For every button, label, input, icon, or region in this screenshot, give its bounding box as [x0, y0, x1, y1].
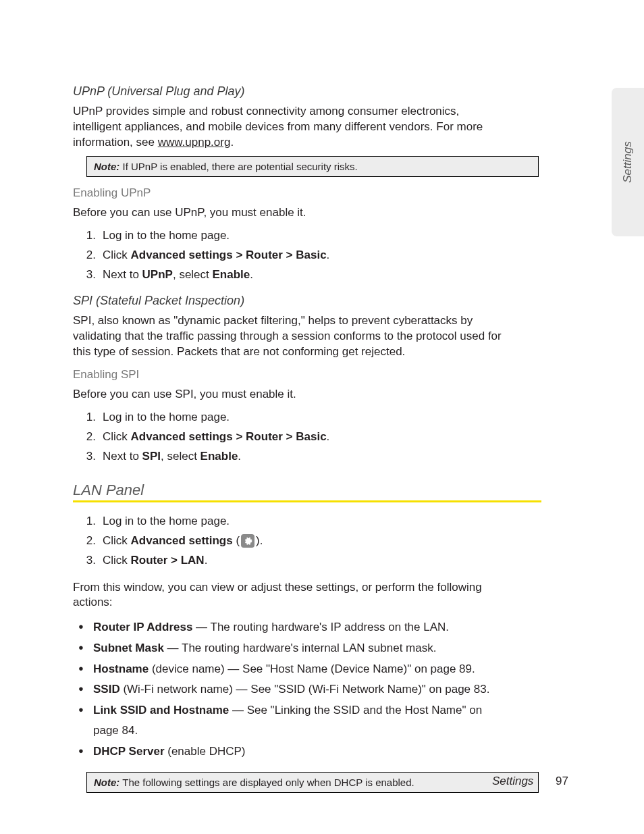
lan-bullets: Router IP Address — The routing hardware…: [73, 617, 506, 762]
list-item: 3.Next to UPnP, select Enable.: [73, 265, 506, 285]
footer-section: Settings: [492, 775, 533, 787]
list-item: 3.Next to SPI, select Enable.: [73, 447, 506, 467]
page-content: UPnP (Universal Plug and Play) UPnP prov…: [0, 0, 574, 793]
upnp-note: Note: If UPnP is enabled, there are pote…: [86, 156, 539, 177]
list-item: 1.Log in to the home page.: [73, 226, 506, 246]
heading-rule: [73, 500, 541, 502]
note-label: Note:: [94, 777, 119, 788]
list-item: 2.Click Advanced settings ().: [73, 531, 506, 551]
upnp-heading: UPnP (Universal Plug and Play): [73, 84, 506, 99]
spi-heading: SPI (Stateful Packet Inspection): [73, 294, 506, 308]
list-item: Subnet Mask — The routing hardware's int…: [73, 638, 506, 659]
enabling-upnp-intro: Before you can use UPnP, you must enable…: [73, 205, 506, 221]
list-item: SSID (Wi-Fi network name) — See "SSID (W…: [73, 679, 506, 700]
list-item: Link SSID and Hostname — See "Linking th…: [73, 700, 506, 741]
list-item: 2.Click Advanced settings > Router > Bas…: [73, 246, 506, 265]
list-item: 1.Log in to the home page.: [73, 512, 506, 531]
page-footer: Settings 97: [492, 775, 568, 788]
note-text: The following settings are displayed onl…: [122, 777, 414, 788]
list-item: 3.Click Router > LAN.: [73, 551, 506, 571]
enabling-upnp-heading: Enabling UPnP: [73, 186, 506, 200]
spi-intro: SPI, also known as "dynamic packet filte…: [73, 313, 506, 360]
side-tab: Settings: [612, 88, 644, 236]
upnp-steps: 1.Log in to the home page. 2.Click Advan…: [73, 226, 506, 285]
spi-steps: 1.Log in to the home page. 2.Click Advan…: [73, 408, 506, 467]
lan-note: Note: The following settings are display…: [86, 772, 539, 793]
note-label: Note:: [94, 161, 119, 172]
list-item: 2.Click Advanced settings > Router > Bas…: [73, 427, 506, 447]
lan-panel-heading: LAN Panel: [73, 481, 506, 499]
footer-page: 97: [556, 775, 568, 787]
enabling-spi-heading: Enabling SPI: [73, 368, 506, 382]
side-tab-label: Settings: [621, 141, 635, 182]
list-item: Hostname (device name) — See "Host Name …: [73, 659, 506, 680]
enabling-spi-intro: Before you can use SPI, you must enable …: [73, 387, 506, 402]
gear-icon: [241, 534, 254, 548]
list-item: Router IP Address — The routing hardware…: [73, 617, 506, 638]
list-item: 1.Log in to the home page.: [73, 408, 506, 427]
list-item: DHCP Server (enable DHCP): [73, 741, 506, 762]
lan-steps: 1.Log in to the home page. 2.Click Advan…: [73, 512, 506, 571]
upnp-intro: UPnP provides simple and robust connecti…: [73, 104, 506, 151]
note-text: If UPnP is enabled, there are potential …: [123, 161, 358, 172]
lan-outro: From this window, you can view or adjust…: [73, 580, 506, 611]
upnp-link[interactable]: www.upnp.org: [158, 136, 231, 149]
